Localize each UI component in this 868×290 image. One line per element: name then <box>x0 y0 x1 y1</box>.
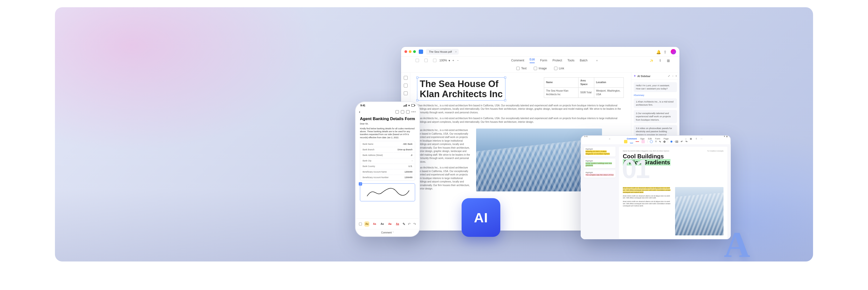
redo-icon[interactable]: ↷ <box>685 140 687 143</box>
td-location: Westport, Washington, USA <box>594 88 623 98</box>
grid-icon[interactable]: ▦ <box>690 138 692 140</box>
th-location: Location <box>594 78 623 88</box>
panel-icon[interactable]: ▥ <box>667 59 670 62</box>
tablet-document[interactable]: Name No.02233 Edition Magazine July 2023… <box>619 147 727 239</box>
selected-text-frame[interactable]: The Sea House Of Klan Architects Inc <box>417 77 505 101</box>
tool-text[interactable]: Text <box>516 67 526 70</box>
minimize-icon[interactable] <box>409 50 411 53</box>
menubar: 100% ▾ ＋ － Comment Edit Form Protect Too… <box>401 57 679 64</box>
phone-mock: 9:41 ▼ ‹ ··· Agent Banking Details Form … <box>355 102 420 237</box>
menu-form[interactable]: Form <box>540 59 547 62</box>
color-swatch[interactable] <box>671 141 673 143</box>
menu-comment[interactable]: Comment <box>511 59 524 62</box>
expand-icon[interactable]: ⤢ <box>668 74 670 78</box>
tool-link[interactable]: Link <box>554 67 564 70</box>
add-icon[interactable] <box>406 110 409 114</box>
ai-tag[interactable]: #Summary <box>634 94 677 97</box>
close-icon[interactable] <box>404 50 407 53</box>
pen-icon[interactable] <box>650 140 653 143</box>
tool-image[interactable]: Image <box>534 67 547 70</box>
annotation-card[interactable]: Highlight The complex was the vision of … <box>584 170 616 178</box>
td-name: The Sea House Klan Architects Inc <box>544 88 579 98</box>
wifi-icon: ▼ <box>408 104 410 107</box>
bookmark-icon[interactable] <box>404 84 408 87</box>
sparkle-icon: ✦ <box>634 74 636 78</box>
row-label: Bank City <box>361 158 393 163</box>
chevron-down-icon[interactable]: ▾ <box>596 59 598 62</box>
checkbox[interactable] <box>359 223 362 225</box>
tab-comment[interactable]: Comment <box>627 138 637 140</box>
share-icon[interactable]: ⇧ <box>659 59 661 62</box>
attachment-icon[interactable] <box>404 92 408 95</box>
tab-sign[interactable]: Sign <box>640 138 645 140</box>
note-icon[interactable]: ✎ <box>659 140 661 143</box>
color-aa[interactable]: Aa <box>372 221 377 227</box>
more-icon[interactable]: ··· <box>701 138 703 140</box>
th-name: Name <box>544 78 579 88</box>
eraser-icon[interactable]: ⌫ <box>675 140 678 143</box>
lock-icon[interactable]: ⇪ <box>663 50 667 53</box>
file-tab-label: The Sea House.pdf <box>429 50 452 53</box>
redo-icon[interactable]: ↷ <box>413 222 416 226</box>
zoom-icon[interactable] <box>413 50 416 53</box>
ai-sidebar-title: AI Sidebar <box>637 75 650 78</box>
underline-aa[interactable]: Aa <box>395 221 400 227</box>
undo-icon[interactable]: ↶ <box>681 140 683 143</box>
view-single-icon[interactable] <box>415 59 419 62</box>
pen-icon[interactable]: ✎ <box>403 222 405 226</box>
annotation-card[interactable]: Highlight Meaning 02:2023 | Edition Maga… <box>584 147 616 156</box>
text-icon <box>516 67 520 70</box>
col-a-2: Khan Architects Inc., is a mid-sized arc… <box>417 166 470 191</box>
strike-aa[interactable]: Aa <box>387 221 393 227</box>
search-icon[interactable] <box>396 110 399 114</box>
avatar[interactable] <box>671 49 676 55</box>
article-photo <box>675 187 723 235</box>
signature-field[interactable]: ℐ <box>360 183 415 201</box>
highlighter-icon[interactable] <box>624 140 627 143</box>
stamp-icon[interactable]: ✪ <box>663 140 665 143</box>
close-tab-icon[interactable]: × <box>455 50 457 53</box>
strikethrough-icon[interactable] <box>636 140 639 143</box>
ai-spark-icon[interactable]: ✨ <box>650 59 654 62</box>
form-salutation: Dear Sir, <box>360 122 415 125</box>
tab-edit[interactable]: Edit <box>648 138 652 140</box>
more-icon[interactable]: ··· <box>411 110 416 114</box>
view-two-icon[interactable] <box>433 59 436 62</box>
highlight-aa[interactable]: Aa <box>364 221 370 227</box>
ai-app-tile[interactable]: AI <box>462 198 500 237</box>
phone-format-toolbar: Aa Aa Aa Aa Aa ✎ ↶ ↷ <box>356 218 419 229</box>
article-para: Amet minim mollit non deserunt ullamco e… <box>623 195 672 200</box>
grid-icon[interactable] <box>401 110 404 114</box>
zoom-out-icon[interactable]: － <box>456 59 459 63</box>
tablet-mock: 9:41 ▼ ▮ ⌂ Comment Sign Edit Form Page ⌕… <box>581 135 731 239</box>
undo-icon[interactable]: ↶ <box>408 222 411 226</box>
tab-page[interactable]: Page <box>663 138 669 140</box>
phone-footer-tab[interactable]: Comment ˄ <box>356 229 419 236</box>
zoom-in-icon[interactable]: ＋ <box>452 59 455 63</box>
home-icon[interactable]: ⌂ <box>609 138 610 140</box>
annotation-card[interactable]: Highlight Iconic modern buildings and ni… <box>584 158 616 169</box>
menu-edit[interactable]: Edit <box>530 58 535 63</box>
menu-batch[interactable]: Batch <box>580 59 587 62</box>
big-chapter-number: 01 <box>622 158 648 180</box>
search-icon[interactable]: ⌕ <box>685 138 686 140</box>
bell-icon[interactable]: 🔔 <box>656 50 660 53</box>
area-highlight-icon[interactable] <box>642 140 645 143</box>
row-value: Drive-up Branch <box>394 147 414 152</box>
text-icon[interactable]: T <box>655 140 657 143</box>
row-label: Bank Name <box>361 142 393 146</box>
menu-tools[interactable]: Tools <box>567 59 575 62</box>
menu-protect[interactable]: Protect <box>553 59 562 62</box>
thumbnails-icon[interactable] <box>404 76 408 80</box>
underline-icon[interactable] <box>630 140 633 143</box>
view-grid-icon[interactable] <box>424 59 428 62</box>
share-icon[interactable]: ⇧ <box>695 138 698 140</box>
plain-aa[interactable]: Aa <box>379 221 385 227</box>
minimize-icon[interactable]: – <box>672 74 673 78</box>
close-icon[interactable]: × <box>676 74 677 78</box>
zoom-control[interactable]: 100% ▾ ＋ － <box>439 59 459 63</box>
back-icon[interactable]: ‹ <box>359 110 360 114</box>
file-tab[interactable]: The Sea House.pdf × <box>426 49 459 55</box>
ai-label: AI <box>474 210 488 225</box>
tab-form[interactable]: Form <box>655 138 660 140</box>
